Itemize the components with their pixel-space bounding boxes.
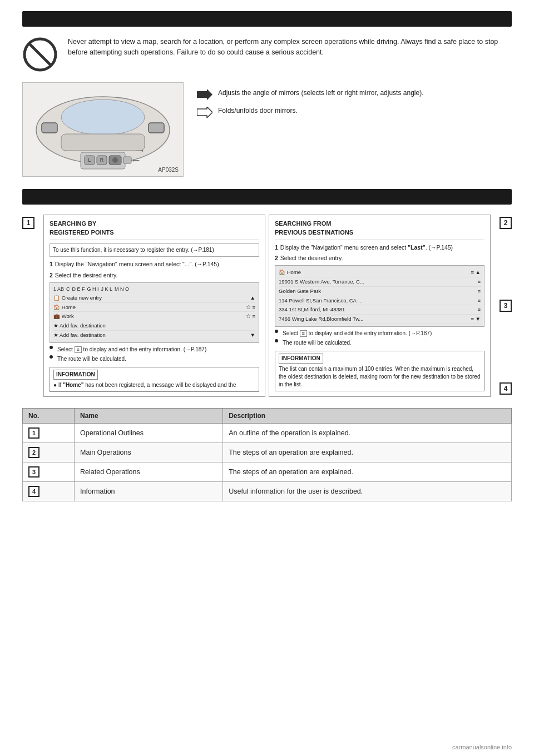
panels-row: SEARCHING BYREGISTERED POINTS To use thi… — [43, 215, 491, 397]
panel-right-title: SEARCHING FROMPREVIOUS DESTINATIONS — [275, 220, 484, 240]
panel-right-step-2: 2 Select the desired entry. — [275, 254, 484, 262]
table-badge-2: 2 — [28, 447, 39, 458]
car-diagram-svg: L R ⟵ ⟶ — [28, 87, 178, 173]
svg-rect-4 — [61, 134, 145, 151]
table-cell-name: Related Operations — [75, 462, 223, 481]
top-section-bar — [22, 11, 512, 27]
panel-left-note: To use this function, it is necessary to… — [50, 243, 259, 257]
outline-arrow-icon — [197, 107, 212, 118]
panel-right-bullet1: Select ≡ to display and edit the entry i… — [275, 330, 484, 338]
table-cell-description: The steps of an operation are explained. — [223, 442, 512, 462]
svg-rect-6 — [149, 123, 164, 133]
arrow2-description: Folds/unfolds door mirrors. — [218, 106, 298, 116]
panel-left-title: SEARCHING BYREGISTERED POINTS — [50, 220, 259, 240]
panel-right-step-1: 1 Display the "Navigation" menu screen a… — [275, 243, 484, 252]
panel-left-step-1: 1 Display the "Navigation" menu screen a… — [50, 260, 259, 268]
arrow1-description: Adjusts the angle of mirrors (selects le… — [218, 88, 423, 98]
table-cell-description: Useful information for the user is descr… — [223, 481, 512, 501]
info-table: No. Name Description 1Operational Outlin… — [22, 408, 512, 501]
svg-point-13 — [112, 157, 118, 163]
arrows-text-column: Adjusts the angle of mirrors (selects le… — [197, 82, 512, 118]
svg-text:⟵: ⟵ — [132, 157, 140, 163]
diagram-section: L R ⟵ ⟶ AP032S Adjusts the angl — [22, 82, 512, 177]
car-diagram-image: L R ⟵ ⟶ AP032S — [22, 82, 184, 177]
table-cell-name: Operational Outlines — [75, 423, 223, 442]
table-row: 2Main OperationsThe steps of an operatio… — [23, 442, 512, 462]
table-badge-3: 3 — [28, 466, 39, 478]
how-to-use-section-bar — [22, 189, 512, 205]
table-badge-1: 1 — [28, 427, 39, 439]
screen-mock-left: 1 ABCD E FG H IJ K LM N O 📋 Create new e… — [50, 282, 259, 343]
panel-registered-points: SEARCHING BYREGISTERED POINTS To use thi… — [43, 215, 265, 397]
table-row: 3Related OperationsThe steps of an opera… — [23, 462, 512, 481]
badge-2: 2 — [500, 217, 512, 229]
right-badges-column: 2 3 4 — [500, 215, 512, 397]
table-cell-description: An outline of the operation is explained… — [223, 423, 512, 442]
table-header-no: No. — [23, 408, 75, 423]
table-cell-no: 2 — [23, 442, 75, 462]
svg-marker-18 — [197, 107, 212, 118]
no-symbol-icon — [22, 37, 58, 72]
svg-point-3 — [61, 100, 145, 135]
footer-area: carmanualsonline.info — [452, 744, 512, 750]
diagram-label: AP032S — [158, 167, 179, 173]
screen-mock-right: 🏠 Home≡ ▲ 19001 S Western Ave, Torrance,… — [275, 265, 484, 327]
badge-4: 4 — [500, 382, 512, 395]
panel-right-info-box: INFORMATION The list can contain a maxim… — [275, 351, 484, 391]
table-cell-no: 1 — [23, 423, 75, 442]
page-wrapper: Never attempt to view a map, search for … — [0, 0, 534, 756]
filled-arrow-icon — [197, 89, 212, 100]
table-row: 4InformationUseful information for the u… — [23, 481, 512, 501]
panel-left-bullet2: The route will be calculated. — [50, 355, 259, 364]
svg-text:R: R — [100, 157, 104, 163]
panel-previous-destinations: SEARCHING FROMPREVIOUS DESTINATIONS 1 Di… — [269, 215, 491, 397]
svg-text:L: L — [88, 157, 91, 163]
svg-line-1 — [29, 43, 51, 66]
panel-left-info-box: INFORMATION ● If "Home" has not been reg… — [50, 367, 259, 392]
table-row: 1Operational OutlinesAn outline of the o… — [23, 423, 512, 442]
table-cell-name: Information — [75, 481, 223, 501]
svg-marker-17 — [197, 89, 212, 100]
table-header-name: Name — [75, 408, 223, 423]
how-to-use-section: 1 SEARCHING BYREGISTERED POINTS To use t… — [22, 215, 512, 397]
panel-left-step-2: 2 Select the desired entry. — [50, 271, 259, 280]
badge-column-left: 1 — [22, 215, 34, 397]
badge-3: 3 — [500, 300, 512, 312]
warning-text: Never attempt to view a map, search for … — [68, 37, 512, 58]
panel-right-bullet2: The route will be calculated. — [275, 339, 484, 347]
table-badge-4: 4 — [28, 486, 39, 497]
table-header-description: Description — [223, 408, 512, 423]
panel-left-bullet1: Select ≡ to display and edit the entry i… — [50, 346, 259, 354]
table-cell-name: Main Operations — [75, 442, 223, 462]
table-cell-no: 3 — [23, 462, 75, 481]
arrow-row-2: Folds/unfolds door mirrors. — [197, 106, 512, 118]
arrow-row-1: Adjusts the angle of mirrors (selects le… — [197, 88, 512, 100]
warning-section: Never attempt to view a map, search for … — [22, 37, 512, 72]
svg-text:⟶: ⟶ — [136, 148, 144, 153]
table-cell-description: The steps of an operation are explained. — [223, 462, 512, 481]
svg-rect-14 — [123, 157, 131, 163]
svg-rect-5 — [42, 123, 57, 133]
footer-url: carmanualsonline.info — [452, 744, 512, 750]
badge-1: 1 — [22, 217, 34, 229]
table-cell-no: 4 — [23, 481, 75, 501]
